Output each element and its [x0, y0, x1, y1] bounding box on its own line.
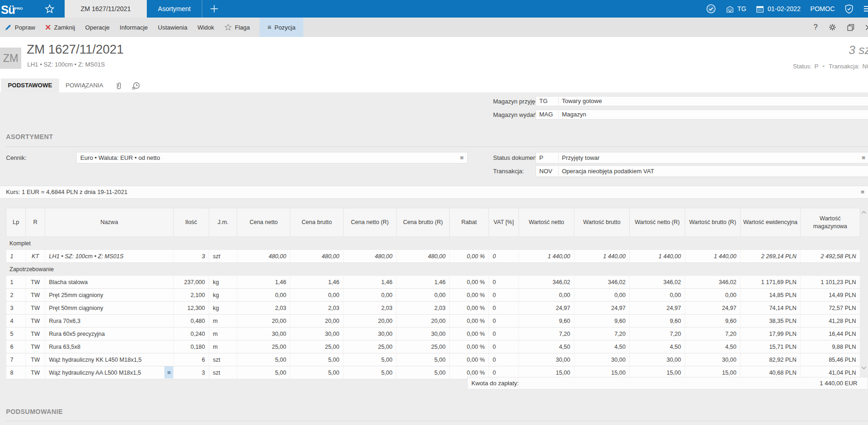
section-divider-bottom: [6, 421, 868, 421]
tab-asortyment[interactable]: Asortyment: [147, 0, 202, 18]
column-header[interactable]: Cena netto: [237, 208, 290, 237]
table-row[interactable]: 3TWPręt 50mm ciągniony12,300kg2,032,032,…: [6, 302, 860, 315]
window-restore-icon[interactable]: [847, 24, 854, 31]
scroll-down-icon[interactable]: [861, 364, 867, 371]
document-header: ZM ZM 1627/11/2021 LH1 • SZ: 100cm • Z: …: [0, 37, 868, 92]
status-dokumentu-name: Przyjęty towar: [562, 152, 600, 163]
paperclip-icon[interactable]: [115, 81, 123, 91]
group-row: Zapotrzebowanie: [6, 263, 860, 276]
building-icon: [726, 5, 734, 13]
table-row[interactable]: 1KTLH1 • SZ: 100cm • Z: MS01S3szt480,004…: [6, 250, 860, 263]
status-dokumentu-field[interactable]: P Przyjęty towar ≡: [536, 152, 868, 164]
pozycja-menu[interactable]: ≡ Pozycja: [259, 18, 303, 37]
column-header[interactable]: Cena brutto: [290, 208, 344, 237]
column-header[interactable]: Wartość brutto (R): [685, 208, 741, 237]
transaction-value: NOV: [862, 63, 868, 70]
column-header[interactable]: Nazwa: [45, 208, 174, 237]
row-menu-button[interactable]: ≡: [164, 366, 174, 378]
column-header[interactable]: Rabat: [450, 208, 489, 237]
close-x-red-icon: [45, 24, 51, 30]
column-header[interactable]: Ilość: [174, 208, 209, 237]
operacje-menu[interactable]: Operacje: [80, 18, 115, 37]
history-icon[interactable]: [131, 81, 140, 91]
magazyn-przyjec-label: Magazyn przyjęć:: [493, 98, 540, 105]
scroll-up-icon[interactable]: [861, 209, 867, 216]
window-close-icon[interactable]: [865, 24, 868, 30]
group-row: Komplet: [6, 237, 860, 250]
table-row[interactable]: 7TWWąż hydrauliczny KK L450 M18x1,56szt5…: [6, 353, 860, 366]
column-header[interactable]: Cena brutto (R): [397, 208, 450, 237]
column-header[interactable]: R: [26, 208, 45, 237]
cennik-label: Cennik:: [6, 154, 26, 161]
status-dokumentu-menu-icon[interactable]: ≡: [862, 152, 865, 163]
app-logo: SüPRO: [1, 1, 23, 18]
transaction-label: Transakcja:: [829, 63, 860, 70]
branch-selector[interactable]: TG: [726, 5, 746, 13]
magazyn-wydan-field[interactable]: MAG Magazyn: [536, 109, 868, 120]
section-podsumowanie: PODSUMOWANIE: [6, 408, 63, 415]
tab-document[interactable]: ZM 1627/11/2021: [65, 0, 147, 18]
main-menu-icon[interactable]: [863, 5, 868, 12]
favorites-star-icon[interactable]: [42, 0, 57, 18]
informacje-menu[interactable]: Informacje: [115, 18, 153, 37]
kwota-do-zaplaty-label: Kwota do zapłaty:: [471, 377, 519, 389]
section-asortyment: ASORTYMENT: [6, 133, 53, 140]
items-grid-wrap: LpRNazwaIlośćJ.m.Cena nettoCena bruttoCe…: [6, 208, 860, 379]
kurs-text: Kurs: 1 EUR = 4,6844 PLN z dnia 19-11-20…: [6, 186, 127, 198]
shield-icon[interactable]: [844, 4, 854, 14]
tab-powiazania[interactable]: POWIĄZANIA: [66, 79, 103, 92]
zamknij-button[interactable]: Zamknij: [40, 18, 80, 37]
ustawienia-menu[interactable]: Ustawienia: [153, 18, 193, 37]
document-subtitle: LH1 • SZ: 100cm • Z: MS01S: [27, 61, 105, 68]
cennik-menu-icon[interactable]: ≡: [460, 152, 464, 163]
kurs-bar: Kurs: 1 EUR = 4,6844 PLN z dnia 19-11-20…: [0, 186, 868, 199]
magazyn-przyjec-code[interactable]: TG: [539, 97, 548, 106]
topbar-right-cluster: TG 01-02-2022 POMOC: [706, 0, 868, 18]
column-header[interactable]: Lp: [6, 208, 26, 237]
column-header[interactable]: Wartość ewidencyjna: [741, 208, 801, 237]
status-dokumentu-code[interactable]: P: [539, 152, 543, 163]
cennik-field[interactable]: Euro • Waluta: EUR • od netto ≡: [76, 152, 468, 164]
table-row[interactable]: 6TWRura 63,5x80,180m25,0025,0025,0025,00…: [6, 340, 860, 353]
table-row[interactable]: 2TWPręt 25mm ciągniony2,100kg0,000,000,0…: [6, 289, 860, 302]
column-header[interactable]: VAT [%]: [489, 208, 519, 237]
magazyn-wydan-name: Magazyn: [562, 110, 586, 119]
table-row[interactable]: 4TWRura 70x6,30,480m20,0020,0020,0020,00…: [6, 315, 860, 328]
pozycja-menu-icon: ≡: [267, 24, 271, 31]
magazyn-wydan-code[interactable]: MAG: [539, 110, 553, 119]
grid-footer: Kwota do zapłaty: 1 440,00 EUR: [467, 377, 868, 389]
column-header[interactable]: Wartość netto (R): [630, 208, 685, 237]
flag-star-icon: [224, 24, 232, 31]
table-row[interactable]: 1TWBlacha stalowa237,000kg1,461,461,461,…: [6, 276, 860, 289]
toolbar: Popraw Zamknij Operacje Informacje Ustaw…: [0, 18, 868, 37]
new-tab-button[interactable]: [205, 0, 223, 18]
toolbar-right-icons: ?: [814, 18, 868, 37]
widok-menu[interactable]: Widok: [193, 18, 219, 37]
check-circle-icon[interactable]: [706, 4, 716, 14]
help-menu[interactable]: POMOC: [810, 5, 835, 12]
section-divider: [6, 146, 868, 147]
magazyn-wydan-label: Magazyn wydań:: [493, 111, 538, 118]
kurs-menu-icon[interactable]: ≡: [861, 186, 864, 198]
topbar: SüPRO ZM 1627/11/2021 Asortyment TG: [0, 0, 868, 18]
column-header[interactable]: Wartość netto: [519, 208, 574, 237]
popraw-button[interactable]: Popraw: [0, 18, 40, 37]
table-row[interactable]: 5TWRura 60x5 precyzyjna0,240m30,0030,003…: [6, 328, 860, 340]
date-selector[interactable]: 01-02-2022: [756, 5, 801, 13]
magazyn-przyjec-field[interactable]: TG Towary gotowe: [536, 96, 868, 106]
transakcja-label: Transakcja:: [493, 168, 524, 175]
settings-gear-icon[interactable]: [829, 24, 836, 31]
column-header[interactable]: Wartość magazynowa: [801, 208, 860, 237]
column-header[interactable]: J.m.: [209, 208, 237, 237]
flaga-button[interactable]: Flaga: [219, 18, 255, 37]
column-header[interactable]: Wartość brutto: [574, 208, 630, 237]
items-grid: LpRNazwaIlośćJ.m.Cena nettoCena bruttoCe…: [6, 208, 860, 379]
status-label: Status:: [793, 63, 811, 70]
column-header[interactable]: Cena netto (R): [344, 208, 397, 237]
help-icon[interactable]: ?: [814, 23, 818, 31]
transakcja-code[interactable]: NOV: [539, 166, 552, 176]
tab-podstawowe[interactable]: PODSTAWOWE: [1, 79, 59, 92]
edit-pencil-icon: [5, 24, 12, 31]
total-quantity: 3 szt: [849, 43, 868, 57]
transakcja-field[interactable]: NOV Operacja nieobjęta podatkiem VAT: [536, 165, 868, 177]
